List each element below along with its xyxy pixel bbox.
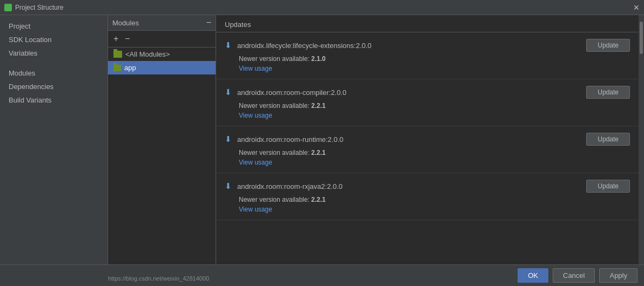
update-item-title: ⬇ androidx.lifecycle:lifecycle-extension…	[225, 40, 372, 50]
add-module-button[interactable]: +	[111, 33, 120, 45]
updates-header: Updates	[216, 15, 639, 32]
sidebar-nav: Project SDK Location Variables Modules D…	[0, 15, 108, 273]
module-item-all[interactable]: <All Modules>	[108, 47, 216, 61]
view-usage-link[interactable]: View usage	[239, 206, 272, 213]
scrollbar-track[interactable]	[639, 15, 644, 286]
sidebar-item-project[interactable]: Project	[0, 19, 108, 33]
update-button-room-runtime[interactable]: Update	[586, 133, 630, 146]
folder-icon	[113, 51, 122, 58]
update-item-room-runtime: ⬇ androidx.room:room-runtime:2.0.0 Updat…	[216, 126, 639, 173]
update-item-body: Newer version available: 2.2.1 View usag…	[225, 149, 630, 166]
update-item-title: ⬇ androidx.room:room-runtime:2.0.0	[225, 134, 344, 144]
updates-panel: Updates ⬇ androidx.lifecycle:lifecycle-e…	[216, 15, 639, 286]
sidebar-item-variables[interactable]: Variables	[0, 46, 108, 60]
update-item-header: ⬇ androidx.lifecycle:lifecycle-extension…	[225, 39, 630, 52]
modules-title: Modules	[112, 19, 139, 27]
artifact-name: androidx.room:room-rxjava2:2.0.0	[237, 182, 343, 190]
update-item-body: Newer version available: 2.1.0 View usag…	[225, 55, 630, 72]
update-button-lifecycle-extensions[interactable]: Update	[586, 39, 630, 52]
newer-version-text: Newer version available: 2.2.1	[239, 149, 630, 156]
sidebar-item-modules[interactable]: Modules	[0, 66, 108, 80]
modules-header: Modules −	[108, 15, 216, 31]
sidebar-spacer	[0, 60, 108, 66]
newer-version-number: 2.2.1	[311, 196, 326, 203]
update-item-body: Newer version available: 2.2.1 View usag…	[225, 102, 630, 119]
close-icon[interactable]: ✕	[633, 3, 640, 12]
update-item-body: Newer version available: 2.2.1 View usag…	[225, 196, 630, 213]
sidebar-item-sdk-location[interactable]: SDK Location	[0, 33, 108, 46]
modules-panel: Modules − + − <All Modules> app	[108, 15, 216, 286]
update-item-header: ⬇ androidx.room:room-compiler:2.0.0 Upda…	[225, 86, 630, 99]
download-icon: ⬇	[225, 134, 232, 144]
module-list: <All Modules> app	[108, 47, 216, 286]
view-usage-link[interactable]: View usage	[239, 159, 272, 166]
ok-button[interactable]: OK	[518, 268, 548, 283]
download-icon: ⬇	[225, 87, 232, 97]
dialog-title: Project Structure	[15, 4, 63, 11]
bottom-bar: https://blog.csdn.net/weixin_42814000 OK…	[0, 264, 644, 286]
view-usage-link[interactable]: View usage	[239, 65, 272, 72]
remove-module-button[interactable]: −	[123, 33, 132, 45]
svg-marker-0	[5, 5, 11, 10]
minimize-icon[interactable]: −	[206, 18, 211, 27]
update-item-room-rxjava2: ⬇ androidx.room:room-rxjava2:2.0.0 Updat…	[216, 173, 639, 220]
url-hint: https://blog.csdn.net/weixin_42814000	[108, 275, 209, 282]
update-button-room-compiler[interactable]: Update	[586, 86, 630, 99]
newer-version-text: Newer version available: 2.2.1	[239, 102, 630, 110]
folder-icon	[113, 65, 121, 71]
right-panel-wrapper: Updates ⬇ androidx.lifecycle:lifecycle-e…	[216, 15, 644, 286]
newer-version-number: 2.2.1	[311, 102, 326, 110]
title-bar-left: Project Structure	[4, 4, 63, 11]
view-usage-link[interactable]: View usage	[239, 112, 272, 119]
sidebar: Project SDK Location Variables Modules D…	[0, 15, 108, 286]
sidebar-item-build-variants[interactable]: Build Variants	[0, 93, 108, 107]
apply-button[interactable]: Apply	[599, 268, 638, 283]
download-icon: ⬇	[225, 40, 232, 50]
app-icon	[4, 4, 12, 11]
newer-version-text: Newer version available: 2.2.1	[239, 196, 630, 203]
update-item-title: ⬇ androidx.room:room-compiler:2.0.0	[225, 87, 346, 97]
title-bar: Project Structure ✕	[0, 0, 644, 15]
newer-version-number: 2.2.1	[311, 149, 326, 156]
artifact-name: androidx.lifecycle:lifecycle-extensions:…	[237, 42, 372, 50]
update-item-title: ⬇ androidx.room:room-rxjava2:2.0.0	[225, 181, 343, 191]
update-button-room-rxjava2[interactable]: Update	[586, 180, 630, 193]
sidebar-item-dependencies[interactable]: Dependencies	[0, 80, 108, 93]
modules-toolbar: + −	[108, 31, 216, 47]
main-layout: Project SDK Location Variables Modules D…	[0, 15, 644, 286]
update-item-room-compiler: ⬇ androidx.room:room-compiler:2.0.0 Upda…	[216, 79, 639, 126]
newer-version-number: 2.1.0	[311, 55, 326, 63]
update-item-header: ⬇ androidx.room:room-rxjava2:2.0.0 Updat…	[225, 180, 630, 193]
artifact-name: androidx.room:room-compiler:2.0.0	[237, 88, 346, 97]
update-item-lifecycle-extensions: ⬇ androidx.lifecycle:lifecycle-extension…	[216, 32, 639, 79]
cancel-button[interactable]: Cancel	[553, 268, 595, 283]
download-icon: ⬇	[225, 181, 232, 191]
updates-content: ⬇ androidx.lifecycle:lifecycle-extension…	[216, 32, 639, 286]
update-item-header: ⬇ androidx.room:room-runtime:2.0.0 Updat…	[225, 133, 630, 146]
artifact-name: androidx.room:room-runtime:2.0.0	[237, 135, 344, 144]
module-item-app[interactable]: app	[108, 61, 216, 74]
scrollbar-thumb[interactable]	[640, 22, 643, 54]
newer-version-text: Newer version available: 2.1.0	[239, 55, 630, 63]
